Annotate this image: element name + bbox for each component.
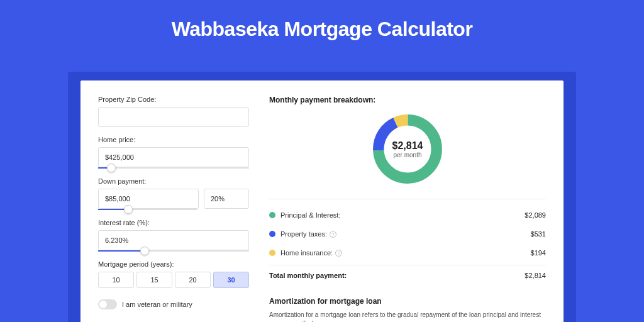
down-payment-slider[interactable] bbox=[98, 209, 197, 210]
legend-value: $531 bbox=[531, 230, 546, 238]
legend-principal: Principal & Interest: $2,089 bbox=[269, 206, 546, 225]
veteran-toggle-row: I am veteran or military bbox=[98, 299, 249, 309]
interest-input[interactable] bbox=[98, 230, 249, 250]
total-label: Total monthly payment: bbox=[269, 272, 525, 279]
interest-field: Interest rate (%): bbox=[98, 219, 249, 252]
legend-taxes: Property taxes: ? $531 bbox=[269, 225, 546, 243]
legend-insurance: Home insurance: ? $194 bbox=[269, 243, 546, 262]
breakdown-panel: Monthly payment breakdown: $2,814 per mo… bbox=[269, 96, 546, 322]
donut-sub: per month bbox=[392, 152, 423, 158]
total-value: $2,814 bbox=[525, 272, 546, 279]
calculator-card: Property Zip Code: Home price: Down paym… bbox=[80, 80, 564, 322]
slider-thumb[interactable] bbox=[140, 247, 149, 255]
divider bbox=[269, 199, 546, 199]
donut-chart-wrap: $2,814 per month bbox=[269, 111, 546, 187]
dot-icon bbox=[269, 231, 275, 237]
period-btn-20[interactable]: 20 bbox=[175, 272, 211, 288]
info-icon[interactable]: ? bbox=[335, 250, 342, 257]
veteran-label: I am veteran or military bbox=[122, 301, 192, 308]
home-price-field: Home price: bbox=[98, 136, 249, 169]
period-label: Mortgage period (years): bbox=[98, 260, 249, 268]
legend-label: Principal & Interest: bbox=[280, 211, 525, 219]
total-row: Total monthly payment: $2,814 bbox=[269, 265, 546, 286]
down-payment-label: Down payment: bbox=[98, 177, 249, 185]
interest-slider[interactable] bbox=[98, 250, 249, 252]
period-field: Mortgage period (years): 10 15 20 30 bbox=[98, 260, 249, 288]
legend-text: Property taxes: bbox=[280, 230, 327, 238]
interest-label: Interest rate (%): bbox=[98, 219, 249, 226]
down-payment-pct-input[interactable] bbox=[204, 189, 249, 209]
dot-icon bbox=[269, 250, 275, 256]
zip-field: Property Zip Code: bbox=[98, 96, 249, 127]
slider-thumb[interactable] bbox=[124, 205, 133, 214]
period-options: 10 15 20 30 bbox=[98, 272, 249, 288]
inputs-panel: Property Zip Code: Home price: Down paym… bbox=[98, 96, 249, 322]
home-price-slider[interactable] bbox=[98, 167, 249, 169]
period-btn-10[interactable]: 10 bbox=[98, 272, 134, 288]
zip-label: Property Zip Code: bbox=[98, 96, 249, 103]
amortization-text: Amortization for a mortgage loan refers … bbox=[269, 311, 546, 322]
donut-amount: $2,814 bbox=[392, 140, 423, 152]
down-payment-field: Down payment: bbox=[98, 177, 249, 210]
legend-label: Home insurance: ? bbox=[280, 249, 531, 257]
veteran-toggle[interactable] bbox=[98, 299, 117, 309]
info-icon[interactable]: ? bbox=[330, 231, 336, 238]
donut-chart: $2,814 per month bbox=[369, 111, 446, 187]
zip-input[interactable] bbox=[98, 107, 249, 127]
period-btn-15[interactable]: 15 bbox=[136, 272, 172, 288]
donut-center: $2,814 per month bbox=[392, 140, 423, 158]
down-payment-input[interactable] bbox=[98, 189, 199, 209]
breakdown-title: Monthly payment breakdown: bbox=[269, 96, 546, 104]
period-btn-30[interactable]: 30 bbox=[213, 272, 249, 288]
home-price-label: Home price: bbox=[98, 136, 249, 143]
legend-value: $2,089 bbox=[525, 211, 546, 219]
slider-thumb[interactable] bbox=[107, 164, 116, 172]
page-title: Wabbaseka Mortgage Calculator bbox=[0, 0, 644, 55]
dot-icon bbox=[269, 212, 275, 218]
amortization-title: Amortization for mortgage loan bbox=[269, 297, 546, 306]
home-price-input[interactable] bbox=[98, 147, 249, 167]
legend-value: $194 bbox=[531, 249, 546, 257]
legend-label: Property taxes: ? bbox=[280, 230, 531, 238]
legend-text: Home insurance: bbox=[280, 249, 333, 257]
